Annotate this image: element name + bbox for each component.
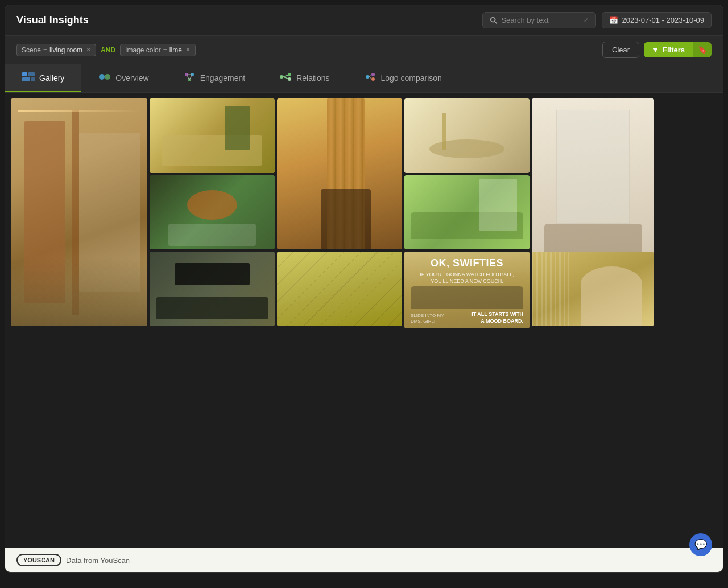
expand-icon: ⤢ <box>584 17 589 24</box>
tabs: Gallery Overview <box>5 64 723 93</box>
photo-cell-2[interactable] <box>150 98 275 173</box>
filter-color-label: Image color <box>125 46 161 54</box>
filter-funnel-icon: ▼ <box>652 46 659 54</box>
filter-connector: AND <box>101 46 115 54</box>
swifties-bottom-right: IT ALL STARTS WITHA MOOD BOARD. <box>471 311 523 324</box>
engagement-tab-icon <box>183 72 196 83</box>
header: Visual Insights Search by text ⤢ 📅 2023-… <box>5 5 723 36</box>
filter-bar: Scene = living room ✕ AND Image color = … <box>5 36 723 64</box>
tab-logo[interactable]: Logo comparison <box>347 64 459 92</box>
date-range-value: 2023-07-01 - 2023-10-09 <box>622 16 704 24</box>
overview-tab-icon <box>98 72 111 83</box>
swifties-bottom-left: Slide into myDMs, girl! <box>411 313 444 325</box>
tab-overview[interactable]: Overview <box>81 64 166 92</box>
tab-overview-label: Overview <box>115 73 148 83</box>
search-box[interactable]: Search by text ⤢ <box>482 12 596 28</box>
search-placeholder: Search by text <box>501 16 548 24</box>
tab-gallery-label: Gallery <box>39 73 64 83</box>
tab-logo-label: Logo comparison <box>381 73 442 83</box>
svg-rect-3 <box>28 72 35 76</box>
header-right: Search by text ⤢ 📅 2023-07-01 - 2023-10-… <box>482 12 712 28</box>
footer: YOUSCAN Data from YouScan <box>5 548 723 572</box>
photo-cell-3[interactable] <box>277 98 402 249</box>
calendar-icon: 📅 <box>609 16 618 24</box>
photo-cell-8[interactable] <box>277 252 402 326</box>
swifties-subtitle: IF YOU'RE GONNA WATCH FOOTBALL,YOU'LL NE… <box>411 272 523 285</box>
filter-scene-label: Scene <box>22 46 41 54</box>
svg-line-17 <box>283 75 288 77</box>
app-title: Visual Insights <box>16 14 89 26</box>
filter-scene-close[interactable]: ✕ <box>86 46 91 54</box>
svg-rect-2 <box>22 72 27 76</box>
photo-grid: OK, SWIFTIES IF YOU'RE GONNA WATCH FOOTB… <box>9 96 719 333</box>
filter-scene-value: living room <box>49 46 82 54</box>
photo-cell-1[interactable] <box>11 98 147 326</box>
tab-relations[interactable]: Relations <box>262 64 346 92</box>
youscan-logo: YOUSCAN <box>16 554 61 566</box>
svg-rect-4 <box>22 77 30 81</box>
filters-dropdown-button[interactable]: 🔖 <box>693 42 712 57</box>
tab-relations-label: Relations <box>296 73 329 83</box>
tab-engagement-label: Engagement <box>200 73 245 83</box>
filters-btn-group: ▼ Filters 🔖 <box>644 42 712 57</box>
bookmark-icon: 🔖 <box>698 46 707 54</box>
photo-cell-6[interactable] <box>150 175 275 250</box>
filter-color-value: lime <box>169 46 182 54</box>
chat-button[interactable]: 💬 <box>689 533 712 556</box>
logo-tab-icon <box>364 72 377 83</box>
svg-point-16 <box>288 77 291 81</box>
youscan-badge: YOUSCAN Data from YouScan <box>16 554 130 566</box>
filter-scene[interactable]: Scene = living room ✕ <box>16 44 96 56</box>
svg-line-1 <box>495 21 497 23</box>
svg-point-19 <box>366 75 369 79</box>
svg-line-22 <box>369 75 371 77</box>
swifties-title: OK, SWIFTIES <box>411 258 523 269</box>
chat-icon: 💬 <box>694 538 707 551</box>
photo-cell-swifties[interactable]: OK, SWIFTIES IF YOU'RE GONNA WATCH FOOTB… <box>404 252 530 328</box>
clear-button[interactable]: Clear <box>602 42 639 58</box>
svg-point-7 <box>105 74 110 80</box>
tab-gallery[interactable]: Gallery <box>5 64 81 92</box>
photo-cell-woman[interactable] <box>532 252 654 326</box>
search-icon <box>490 17 498 24</box>
svg-point-14 <box>280 75 283 79</box>
filter-color-eq: = <box>163 46 167 54</box>
filter-color-close[interactable]: ✕ <box>185 46 191 54</box>
svg-point-20 <box>371 73 375 76</box>
relations-tab-icon <box>279 72 292 83</box>
filter-bar-actions: Clear ▼ Filters 🔖 <box>602 42 712 58</box>
svg-point-15 <box>288 73 291 76</box>
photo-cell-4[interactable] <box>404 98 530 173</box>
date-range[interactable]: 📅 2023-07-01 - 2023-10-09 <box>602 12 712 28</box>
svg-point-21 <box>371 77 375 81</box>
filters-button[interactable]: ▼ Filters <box>644 42 693 57</box>
tab-engagement[interactable]: Engagement <box>166 64 262 92</box>
gallery-container: OK, SWIFTIES IF YOU'RE GONNA WATCH FOOTB… <box>5 93 723 548</box>
svg-point-6 <box>99 74 105 80</box>
filter-color[interactable]: Image color = lime ✕ <box>120 44 196 56</box>
photo-cell-7[interactable] <box>404 175 530 250</box>
youscan-data-text: Data from YouScan <box>66 556 130 565</box>
filter-scene-eq: = <box>43 46 47 54</box>
photo-cell-10[interactable] <box>150 252 275 326</box>
gallery-tab-icon <box>22 72 35 83</box>
svg-line-18 <box>283 77 288 79</box>
svg-rect-5 <box>31 77 35 81</box>
youscan-logo-text: YOUSCAN <box>23 557 55 564</box>
svg-line-23 <box>369 77 371 79</box>
